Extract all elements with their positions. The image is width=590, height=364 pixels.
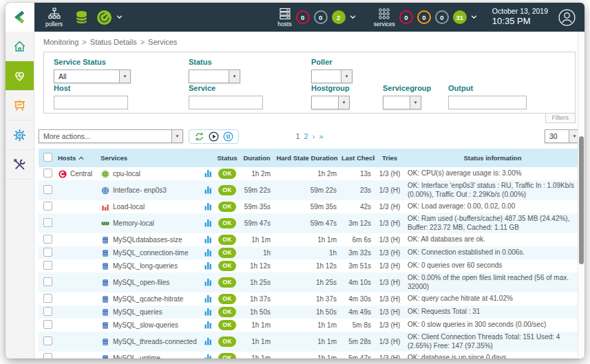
graph-icon[interactable] xyxy=(204,354,212,359)
chevron-down-icon[interactable] xyxy=(350,15,356,19)
graph-icon[interactable] xyxy=(204,186,212,194)
status-badge[interactable]: 31 xyxy=(453,10,467,24)
service-name[interactable]: MySQL_open-files xyxy=(113,279,169,286)
graph-icon[interactable] xyxy=(204,169,212,178)
row-checkbox[interactable] xyxy=(43,235,52,244)
last-check-cell: 42s xyxy=(340,200,375,213)
service-name[interactable]: MySQL_threads-connected xyxy=(113,338,197,345)
service-name[interactable]: MySQL_long-queries xyxy=(113,262,178,270)
database-status-icon[interactable] xyxy=(74,10,89,25)
graph-icon[interactable] xyxy=(204,219,212,227)
graph-icon[interactable] xyxy=(204,308,212,316)
pollers-menu[interactable]: pollers xyxy=(45,8,63,28)
status-badge[interactable]: 0 xyxy=(417,10,431,24)
status-badge[interactable]: 0 xyxy=(399,10,413,24)
row-checkbox[interactable] xyxy=(43,169,52,178)
pagination-page[interactable]: » xyxy=(319,132,323,140)
column-status[interactable]: Status xyxy=(215,149,240,167)
column-services[interactable]: Services xyxy=(99,149,201,167)
user-profile-icon[interactable] xyxy=(558,8,576,27)
column-tries[interactable]: Tries xyxy=(375,149,405,167)
graph-icon[interactable] xyxy=(204,202,212,211)
pause-button[interactable] xyxy=(223,131,233,142)
column-hosts[interactable]: Hosts xyxy=(56,149,99,167)
sidebar-item-reporting[interactable] xyxy=(6,91,34,120)
service-name[interactable]: MySQL_qcache-hitrate xyxy=(113,295,183,303)
hosts-menu[interactable]: hosts xyxy=(277,8,291,28)
service-name[interactable]: cpu-local xyxy=(113,170,140,178)
more-actions-select[interactable]: More actions... ▾ xyxy=(39,129,183,143)
row-checkbox[interactable] xyxy=(43,336,52,345)
select-all-checkbox[interactable] xyxy=(43,153,52,162)
service-name[interactable]: MySQL_slow-queries xyxy=(113,321,178,329)
table-header-row: Hosts Services Status Duration Hard Stat… xyxy=(39,149,580,167)
row-checkbox[interactable] xyxy=(43,307,52,316)
sidebar-item-home[interactable] xyxy=(6,32,34,61)
row-checkbox[interactable] xyxy=(43,353,52,358)
status-badge[interactable]: 0 xyxy=(296,10,310,24)
table-row: MySQL_open-files OK 1h 25s 1h 25s 4m 10s… xyxy=(39,272,580,292)
page-size-select[interactable]: 30 ▾ xyxy=(545,129,580,143)
service-name[interactable]: Memory-local xyxy=(113,220,154,227)
play-button[interactable] xyxy=(209,131,219,142)
sidebar-item-administration[interactable] xyxy=(6,150,34,180)
column-duration[interactable]: Duration xyxy=(240,149,274,167)
column-hard-state-duration[interactable]: Hard State Duration xyxy=(274,149,340,167)
graph-icon[interactable] xyxy=(204,261,212,270)
status-select[interactable]: ▾ xyxy=(189,69,240,83)
row-checkbox[interactable] xyxy=(43,294,52,303)
status-information-cell: OK: Connection established in 0.006s. xyxy=(405,246,580,259)
hostgroup-select[interactable]: ▾ xyxy=(311,96,350,109)
gauge-status-icon[interactable] xyxy=(96,10,112,25)
row-checkbox[interactable] xyxy=(43,185,52,194)
services-menu[interactable]: services xyxy=(374,8,395,28)
service-status-select[interactable]: All ▾ xyxy=(54,69,131,83)
graph-icon[interactable] xyxy=(204,248,212,257)
hard-state-duration-cell: 59m 47s xyxy=(274,213,340,233)
status-badge[interactable]: 0 xyxy=(314,10,328,24)
pagination-page[interactable]: 1 xyxy=(295,132,299,140)
sidebar-item-configuration[interactable] xyxy=(6,120,34,150)
service-name[interactable]: Load-local xyxy=(113,203,145,211)
status-badge[interactable]: 0 xyxy=(435,10,449,24)
service-name[interactable]: MySQLdatabases-size xyxy=(113,236,182,244)
graph-icon[interactable] xyxy=(204,235,212,244)
status-badge[interactable]: 2 xyxy=(332,10,346,24)
graph-icon[interactable] xyxy=(204,337,212,345)
service-name[interactable]: MySQL_uptime xyxy=(113,354,160,358)
pagination-page[interactable]: › xyxy=(313,132,315,140)
host-name[interactable]: Central xyxy=(70,170,92,178)
row-checkbox[interactable] xyxy=(43,248,52,257)
row-checkbox[interactable] xyxy=(43,218,52,227)
chevron-down-icon[interactable] xyxy=(471,15,477,19)
graph-icon[interactable] xyxy=(204,295,212,303)
breadcrumb-services[interactable]: Services xyxy=(148,38,177,46)
graph-icon[interactable] xyxy=(204,278,212,286)
row-checkbox[interactable] xyxy=(43,202,52,211)
breadcrumb-monitoring[interactable]: Monitoring xyxy=(43,38,78,46)
scrollbar-thumb[interactable] xyxy=(579,136,584,264)
host-input[interactable] xyxy=(54,96,128,109)
vertical-scrollbar[interactable] xyxy=(578,32,584,358)
refresh-button[interactable] xyxy=(194,131,204,142)
row-checkbox[interactable] xyxy=(43,320,52,329)
service-name[interactable]: Interface- enp0s3 xyxy=(113,186,167,194)
poller-select[interactable]: ▾ xyxy=(311,69,352,83)
pagination-page[interactable]: 2 xyxy=(304,132,308,140)
output-input[interactable] xyxy=(448,96,527,109)
sidebar-item-monitoring[interactable] xyxy=(6,61,34,91)
centreon-logo[interactable] xyxy=(6,3,34,32)
service-name[interactable]: MySQL_connection-time xyxy=(113,249,189,257)
breadcrumb-status-details[interactable]: Status Details xyxy=(90,38,137,46)
graph-icon[interactable] xyxy=(204,321,212,329)
service-input[interactable] xyxy=(189,96,263,109)
service-name[interactable]: MySQL_queries xyxy=(113,308,162,316)
row-checkbox[interactable] xyxy=(43,277,52,286)
filters-tab[interactable]: Filters xyxy=(545,113,576,123)
row-checkbox[interactable] xyxy=(43,261,52,270)
column-last-check[interactable]: Last Check xyxy=(340,149,375,167)
servicegroup-select[interactable]: ▾ xyxy=(383,96,421,109)
chevron-down-icon[interactable] xyxy=(116,15,123,19)
column-status-information[interactable]: Status information xyxy=(405,149,580,167)
status-information-cell: OK: query cache hitrate at 41.02% xyxy=(405,292,580,306)
